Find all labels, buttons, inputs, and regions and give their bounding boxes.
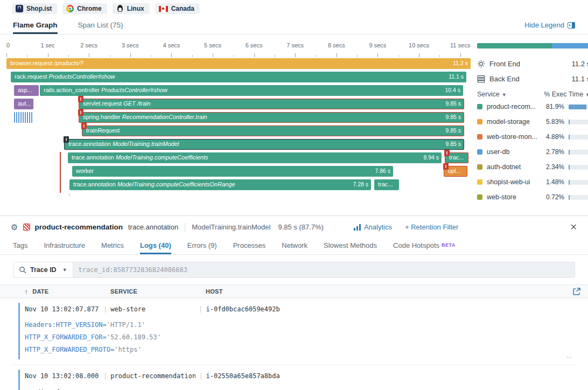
legend-service-row[interactable]: user-db2.78% <box>477 144 588 159</box>
filter-pill[interactable]: Shop.ist <box>12 3 57 14</box>
log-entry-divider <box>13 365 575 365</box>
detail-tab[interactable]: Code HotspotsBETA <box>393 241 456 254</box>
service-exec-bar <box>569 105 588 109</box>
hide-legend-link[interactable]: Hide Legend <box>524 21 575 34</box>
log-search-input[interactable]: trace_id:8587732836824086683 <box>73 262 575 277</box>
front-end-icon <box>477 60 485 68</box>
service-exec-pct: 81.9% <box>540 103 564 110</box>
attribute-key: Headers:HTTP_VERSION= <box>25 321 107 329</box>
flame-span-bar[interactable]: !trac... <box>445 152 468 163</box>
close-icon[interactable]: ✕ <box>570 222 577 232</box>
service-exec-pct: 2.78% <box>540 148 564 156</box>
span-detail-header: ⚙ product-recommendation trace.annotatio… <box>0 216 588 237</box>
time-tick-label: 4 secs <box>163 42 180 48</box>
open-in-log-explorer-icon[interactable] <box>573 288 580 295</box>
flame-span-bar[interactable]: aut... <box>14 99 33 109</box>
time-tick-label: 2 secs <box>80 42 97 48</box>
time-tick-label: 8 secs <box>328 42 345 48</box>
gear-icon[interactable]: ⚙ <box>11 222 18 232</box>
time-tick <box>377 53 378 57</box>
flame-span-bar[interactable]: !trainRequest9.85 s <box>82 126 464 136</box>
flame-span-bar[interactable]: browser.request /products/?11.2 s <box>6 58 471 69</box>
retention-filter-link[interactable]: + Retention Filter <box>405 223 458 231</box>
time-tick-minor <box>110 55 110 57</box>
view-tab[interactable]: Flame Graph <box>13 21 58 34</box>
flame-span-bar[interactable]: !upl... <box>444 166 467 177</box>
log-entry[interactable]: Nov 10 13:02:08.000|product-recommendati… <box>18 370 575 390</box>
detail-tab[interactable]: Network <box>282 241 307 254</box>
host-column-header[interactable]: HOST <box>206 288 582 295</box>
log-table-header: ↑ DATE SERVICE HOST <box>0 284 588 298</box>
flame-span-bar[interactable]: !spring.handler RecommendationController… <box>79 112 464 123</box>
view-tab[interactable]: Span List (75) <box>78 21 123 34</box>
error-badge-icon: ! <box>64 136 69 143</box>
legend-service-row[interactable]: shopist-web-ui1.48% <box>477 175 588 190</box>
service-column-dropdown[interactable]: Service▼ <box>477 90 507 98</box>
detail-tab[interactable]: Infrastructure <box>44 241 85 254</box>
service-column-header[interactable]: SERVICE <box>110 288 206 295</box>
time-tick-label: 1 sec <box>40 42 54 48</box>
trace-id-filter-dropdown[interactable]: Trace ID ▼ <box>13 266 73 274</box>
filter-pill-label: Linux <box>127 5 144 12</box>
service-exec-pct: 0.72% <box>540 193 564 201</box>
legend-service-row[interactable]: web-store-mon...4.88% <box>477 129 588 144</box>
detail-tab[interactable]: Metrics <box>101 241 124 254</box>
service-name: auth-dotnet <box>487 163 540 171</box>
flame-span-bar[interactable]: asp... <box>14 85 39 96</box>
flame-span-bar[interactable]: !servlet.request GET /train9.85 s <box>79 99 464 109</box>
legend-service-row[interactable]: model-storage5.83% <box>477 114 588 129</box>
column-separator: | <box>103 372 107 380</box>
search-icon <box>19 266 26 274</box>
flame-span-bar[interactable] <box>14 112 33 123</box>
trace-minimap[interactable] <box>477 43 588 48</box>
filter-pill-label: Canada <box>171 5 194 12</box>
analytics-link[interactable]: Analytics <box>354 223 392 231</box>
legend-back-end[interactable]: Back End 11.1 s <box>477 71 588 86</box>
service-color-swatch <box>477 149 482 155</box>
filter-pill[interactable]: Canada <box>155 3 200 14</box>
flame-span-bar[interactable]: rack.request ProductsController#show11.1… <box>11 72 466 82</box>
log-entry[interactable]: Nov 10 13:02:07.877|web-store|i-0fd0bcac… <box>18 303 575 359</box>
service-name: shopist-web-ui <box>487 178 540 186</box>
time-tick <box>6 53 7 57</box>
time-tick-label: 9 secs <box>369 42 386 48</box>
legend-front-end[interactable]: Front End 11.2 s <box>477 56 588 71</box>
legend-service-row[interactable]: auth-dotnet2.34% <box>477 159 588 175</box>
flame-span-bar[interactable]: worker7.86 s <box>72 166 393 177</box>
analytics-icon <box>354 224 361 231</box>
legend-service-row[interactable]: web-store0.72% <box>477 190 588 205</box>
flame-span-bar[interactable]: trace.annotation ModelTraining.computeCo… <box>68 152 442 163</box>
flame-span-bar[interactable]: rails.action_controller ProductsControll… <box>40 85 463 96</box>
detail-tab[interactable]: Processes <box>233 241 266 254</box>
date-column-header[interactable]: ↑ DATE <box>25 288 110 295</box>
service-exec-bar <box>569 195 588 200</box>
service-exec-bar <box>569 150 588 155</box>
log-attribute-line: HTTP_X_FORWARDED_PROTO='https' <box>25 344 575 356</box>
time-tick-label: 6 secs <box>246 42 263 48</box>
time-tick <box>419 53 419 57</box>
span-label: trace.annotation ModelTraining.trainMode… <box>68 140 439 149</box>
legend-service-row[interactable]: product-recom...81.9% <box>477 99 588 114</box>
flame-span-bar[interactable]: !trace.annotation ModelTraining.trainMod… <box>64 139 464 150</box>
span-label: trace.annotation ModelTraining.computeCo… <box>72 152 417 163</box>
flame-span-bar[interactable]: trace.annotation ModelTraining.computeCo… <box>69 179 371 190</box>
exec-time-column-dropdown[interactable]: % Exec Time▼ <box>544 90 588 98</box>
attribute-key: HTTP_X_FORWARDED_PROTO= <box>25 346 114 353</box>
flame-span-bar[interactable]: trac... <box>374 179 399 190</box>
trace-view: 01 sec2 secs3 secs4 secs5 secs6 secs7 se… <box>0 34 588 215</box>
log-meta-row: Nov 10 13:02:08.000|product-recommendati… <box>25 371 575 381</box>
attribute-value: 'https' <box>114 346 142 353</box>
span-detail-panel: ⚙ product-recommendation trace.annotatio… <box>0 216 588 390</box>
flame-canvas[interactable]: browser.request /products/?11.2 srack.re… <box>6 58 471 196</box>
detail-tab[interactable]: Slowest Methods <box>324 241 377 254</box>
time-tick-label: 10 secs <box>409 42 429 48</box>
filter-pill[interactable]: Linux <box>113 3 150 14</box>
filter-pill-label: Chrome <box>77 5 101 12</box>
detail-tab[interactable]: Logs (40) <box>140 241 171 254</box>
service-exec-pct: 5.83% <box>540 118 564 126</box>
service-color-swatch <box>477 179 482 185</box>
filter-pill[interactable]: Chrome <box>62 3 107 14</box>
time-tick-minor <box>27 55 27 57</box>
detail-tab[interactable]: Errors (9) <box>187 241 217 254</box>
detail-tab[interactable]: Tags <box>13 241 27 254</box>
